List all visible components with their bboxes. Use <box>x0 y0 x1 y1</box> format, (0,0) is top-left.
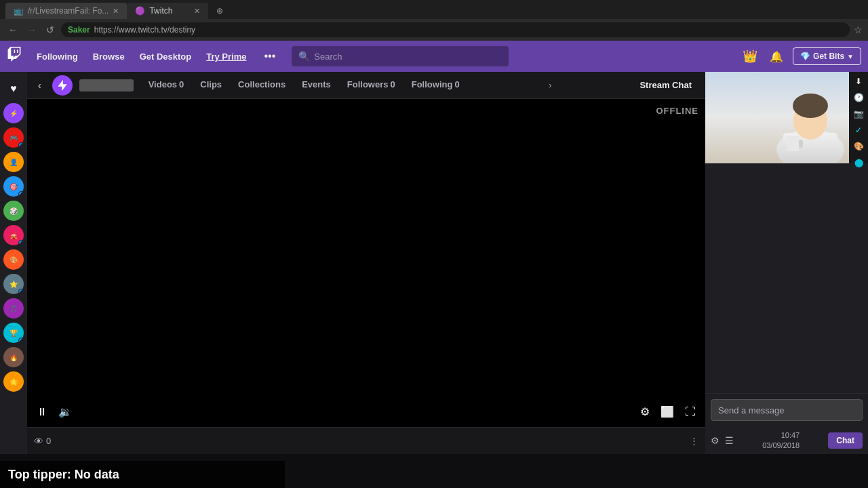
stream-bottom-bar: 👁 0 ⋮ <box>27 427 705 454</box>
volume-btn[interactable]: 🔉 <box>56 403 75 421</box>
sidebar-heart-icon[interactable]: ♥ <box>3 79 24 99</box>
channel-tabs: Videos 0 Clips Collections Events Follow… <box>140 72 468 98</box>
prime-crown-icon[interactable]: 👑 <box>740 46 760 66</box>
header-right: 👑 🔔 💎 Get Bits ▼ <box>740 46 861 66</box>
sidebar-item-12[interactable]: 🌟 <box>3 371 24 392</box>
bits-gem-icon: 💎 <box>800 52 810 61</box>
chat-settings-icon[interactable]: ⚙ <box>711 435 719 446</box>
panel-circle-icon[interactable]: ⬤ <box>852 156 865 169</box>
panel-download-icon[interactable]: ⬇ <box>853 75 864 88</box>
sidebar-item-10[interactable]: 🏆 <box>3 323 24 343</box>
webcam-background <box>705 72 868 163</box>
search-input[interactable] <box>314 52 502 62</box>
new-tab-icon: ⊕ <box>216 6 223 16</box>
svg-point-4 <box>793 94 828 118</box>
theater-mode-icon[interactable]: ⬜ <box>658 403 677 421</box>
panel-icons: ⬇ 🕐 📷 ✓ 🎨 ⬤ <box>849 72 868 163</box>
panel-palette-icon[interactable]: 🎨 <box>852 140 866 153</box>
reload-btn[interactable]: ↺ <box>43 23 57 37</box>
viewer-count: 0 <box>46 436 51 446</box>
chat-send-button[interactable]: Chat <box>828 432 863 449</box>
chat-list-icon[interactable]: ☰ <box>725 435 734 446</box>
avatar-icon-5: 🎲 <box>9 207 18 215</box>
nav-get-desktop[interactable]: Get Desktop <box>133 47 199 66</box>
notification-bell-icon[interactable]: 🔔 <box>767 47 786 66</box>
sidebar-item-5[interactable]: 🎲 <box>3 201 24 221</box>
sidebar-item-11[interactable]: 🔥 <box>3 347 24 367</box>
search-bar[interactable]: 🔍 <box>292 46 509 66</box>
get-bits-button[interactable]: 💎 Get Bits ▼ <box>793 47 861 65</box>
video-player[interactable]: OFFLINE ⏸ 🔉 ⚙ ⬜ ⛶ <box>27 99 705 427</box>
fullscreen-icon[interactable]: ⛶ <box>682 403 698 421</box>
sidebar-item-4[interactable]: 🎯 <box>3 176 24 197</box>
address-bar[interactable]: Saker https://www.twitch.tv/destiny <box>61 22 850 37</box>
online-dot-8 <box>18 289 24 294</box>
twitch-logo[interactable] <box>7 47 22 66</box>
bottom-overlay: Top tipper: No data <box>0 461 285 488</box>
chevron-down-icon: ▼ <box>847 53 854 60</box>
avatar-icon-1: ⚡ <box>9 110 18 117</box>
bookmark-btn[interactable]: ☆ <box>854 24 863 35</box>
play-pause-btn[interactable]: ⏸ <box>34 403 50 421</box>
player-section: OFFLINE ⏸ 🔉 ⚙ ⬜ ⛶ 👁 0 ⋮ <box>27 99 705 454</box>
back-btn[interactable]: ← <box>5 23 20 37</box>
settings-icon[interactable]: ⚙ <box>637 403 652 421</box>
browser-tab-2[interactable]: 🟣 Twitch ✕ <box>127 3 208 19</box>
tab-followers[interactable]: Followers 0 <box>339 72 403 98</box>
chat-footer: ⚙ ☰ 10:47 03/09/2018 Chat <box>705 426 868 454</box>
sidebar-item-8[interactable]: ⭐ <box>3 274 24 294</box>
tab1-favicon: 📺 <box>14 6 24 16</box>
browser-tab-1[interactable]: 📺 /r/LivestreamFail: Fo... ✕ <box>5 3 127 19</box>
nav-try-prime[interactable]: Try Prime <box>199 47 253 66</box>
tab-videos[interactable]: Videos 0 <box>140 72 193 98</box>
tab2-label: Twitch <box>149 6 172 16</box>
top-tipper-text: Top tipper: No data <box>8 468 119 482</box>
panel-check-icon[interactable]: ✓ <box>853 123 864 137</box>
nav-following[interactable]: Following <box>30 47 85 66</box>
twitch-header: Following Browse Get Desktop Try Prime •… <box>0 41 868 72</box>
tab1-close[interactable]: ✕ <box>113 7 119 16</box>
timestamp-display: 10:47 03/09/2018 <box>762 430 800 450</box>
tab2-close[interactable]: ✕ <box>194 7 200 16</box>
sidebar-item-2[interactable]: 🎮 <box>3 127 24 148</box>
site-label: Saker <box>68 25 90 35</box>
sidebar-item-6[interactable]: 🎪 <box>3 225 24 245</box>
browser-chrome: 📺 /r/LivestreamFail: Fo... ✕ 🟣 Twitch ✕ … <box>0 0 868 41</box>
browser-tab-bar: 📺 /r/LivestreamFail: Fo... ✕ 🟣 Twitch ✕ … <box>0 0 868 19</box>
avatar-icon-3: 👤 <box>9 159 18 166</box>
panel-clock-icon[interactable]: 🕐 <box>852 91 866 104</box>
sidebar-item-1[interactable]: ⚡ <box>3 103 24 123</box>
webcam-container: ⬇ 🕐 📷 ✓ 🎨 ⬤ <box>705 72 868 163</box>
avatar-icon-10: 🏆 <box>9 329 18 337</box>
channel-avatar[interactable] <box>52 75 73 96</box>
sidebar-item-3[interactable]: 👤 <box>3 152 24 172</box>
chat-footer-left: ⚙ ☰ <box>711 435 734 446</box>
tab-collections[interactable]: Collections <box>230 72 294 98</box>
tab-scroll-right[interactable]: › <box>545 80 555 90</box>
tab-following[interactable]: Following 0 <box>403 72 468 98</box>
online-dot-10 <box>18 338 24 343</box>
stream-more-btn[interactable]: ⋮ <box>690 436 698 446</box>
tab-events[interactable]: Events <box>294 72 339 98</box>
channel-name-bar <box>79 79 134 92</box>
search-icon: 🔍 <box>298 51 310 62</box>
chat-input[interactable] <box>711 399 863 421</box>
svg-rect-6 <box>799 140 803 148</box>
forward-btn[interactable]: → <box>24 23 39 37</box>
timestamp-date: 03/09/2018 <box>762 441 800 450</box>
sidebar-item-9[interactable]: 🎵 <box>3 298 24 319</box>
avatar-icon-9: 🎵 <box>9 305 18 312</box>
more-nav-btn[interactable]: ••• <box>258 46 281 66</box>
panel-camera-icon[interactable]: 📷 <box>852 107 866 121</box>
tab-clips[interactable]: Clips <box>192 72 230 98</box>
prev-channel-btn[interactable]: ‹ <box>34 72 45 98</box>
address-text: https://www.twitch.tv/destiny <box>94 25 195 35</box>
followers-count: 0 <box>391 79 395 89</box>
sidebar-item-7[interactable]: 🎨 <box>3 249 24 270</box>
avatar-icon-7: 🎨 <box>9 256 18 264</box>
heart-icon: ♥ <box>10 83 17 95</box>
new-tab-btn[interactable]: ⊕ <box>208 3 231 19</box>
online-dot-4 <box>18 191 24 197</box>
nav-browse[interactable]: Browse <box>86 47 132 66</box>
chat-messages <box>705 163 868 393</box>
